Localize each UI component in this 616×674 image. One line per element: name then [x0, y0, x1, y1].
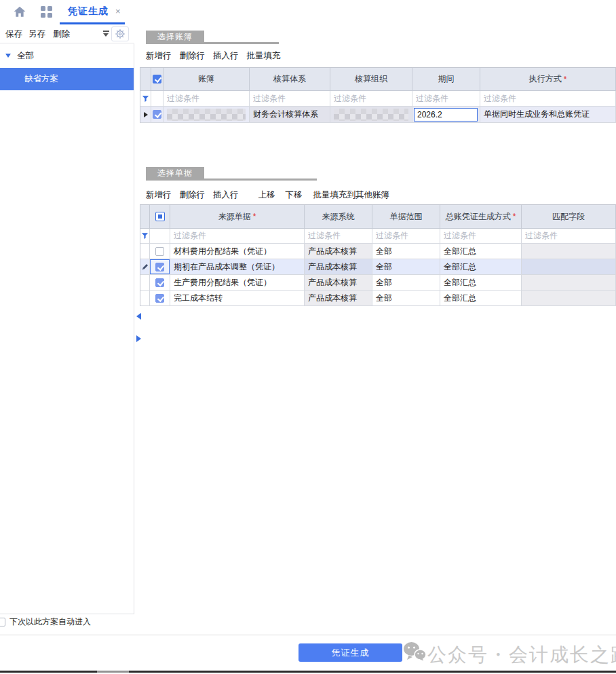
- tab-bar: 凭证生成 ×: [0, 0, 616, 24]
- filter-cell-system[interactable]: 过滤条件: [250, 91, 330, 107]
- apps-grid-icon[interactable]: [41, 6, 52, 18]
- cell-source-system[interactable]: 产品成本核算: [305, 259, 372, 275]
- filter-row-indicator[interactable]: [140, 91, 151, 107]
- cell-system[interactable]: 财务会计核算体系: [250, 107, 330, 123]
- add-row-button[interactable]: 新增行: [146, 189, 172, 201]
- row-checkbox[interactable]: [155, 263, 164, 272]
- cell-source-doc[interactable]: 完工成本结转: [170, 291, 305, 306]
- row-checkbox[interactable]: [155, 294, 164, 303]
- row-select-cell[interactable]: [150, 275, 170, 291]
- cell-match-fields[interactable]: [522, 275, 616, 291]
- save-as-button[interactable]: 另存: [28, 29, 45, 40]
- cell-gl-method[interactable]: 全部汇总: [440, 275, 522, 291]
- col-header-match-fields: 匹配字段: [522, 205, 616, 229]
- generate-voucher-button[interactable]: 凭证生成: [299, 643, 402, 662]
- cell-exec-mode[interactable]: 单据同时生成业务和总账凭证: [480, 107, 616, 123]
- cell-gl-method[interactable]: 全部汇总: [440, 244, 522, 259]
- cell-source-doc[interactable]: 生产费用分配结果（凭证）: [170, 275, 305, 291]
- row-select-cell[interactable]: [150, 244, 170, 259]
- insert-row-button[interactable]: 插入行: [213, 189, 239, 201]
- sidebar-item-all[interactable]: 全部: [5, 50, 34, 62]
- save-button[interactable]: 保存: [5, 29, 22, 40]
- filter-cell[interactable]: [151, 91, 163, 107]
- cell-doc-scope[interactable]: 全部: [372, 275, 440, 291]
- filter-cell-period[interactable]: 过滤条件: [412, 91, 480, 107]
- batch-fill-button[interactable]: 批量填充: [247, 50, 281, 62]
- select-all-checkbox[interactable]: [155, 212, 165, 221]
- col-label: 总账凭证生成方式: [446, 211, 511, 223]
- cell-book[interactable]: [163, 107, 250, 123]
- filter-cell-doc-scope[interactable]: 过滤条件: [372, 229, 440, 244]
- tab-select-documents[interactable]: 选择单据: [146, 167, 204, 179]
- delete-row-button[interactable]: 删除行: [180, 189, 206, 201]
- row-state-header: [140, 205, 150, 229]
- scheme-sidebar: 全部 缺省方案: [0, 43, 134, 614]
- batch-fill-other-books-button[interactable]: 批量填充到其他账簿: [313, 189, 390, 201]
- add-row-button[interactable]: 新增行: [146, 50, 172, 62]
- books-grid-toolbar: 新增行 删除行 插入行 批量填充: [146, 50, 289, 62]
- filter-cell-exec[interactable]: 过滤条件: [480, 91, 616, 107]
- col-header-source-doc: 来源单据*: [170, 205, 305, 229]
- cell-doc-scope[interactable]: 全部: [372, 259, 440, 275]
- delete-button[interactable]: 删除: [53, 29, 70, 40]
- col-header-source-system: 来源系统: [305, 205, 372, 229]
- move-up-button[interactable]: 上移: [258, 189, 275, 201]
- cell-gl-method[interactable]: 全部汇总: [440, 259, 522, 275]
- home-icon[interactable]: [14, 6, 26, 18]
- required-mark: *: [513, 212, 516, 221]
- watermark-text: 公众号・会计成长之路: [427, 642, 616, 668]
- filter-cell-org[interactable]: 过滤条件: [330, 91, 412, 107]
- sidebar-item-default-scheme[interactable]: 缺省方案: [0, 68, 134, 90]
- delete-row-button[interactable]: 删除行: [180, 50, 206, 62]
- chevron-down-icon[interactable]: [5, 54, 11, 58]
- filter-cell-source-doc[interactable]: 过滤条件: [170, 229, 305, 244]
- filter-row-indicator[interactable]: [140, 229, 150, 244]
- collapse-toolbar-icon[interactable]: [103, 31, 109, 37]
- row-select-cell[interactable]: [150, 291, 170, 306]
- filter-cell-gl-method[interactable]: 过滤条件: [440, 229, 522, 244]
- filter-cell[interactable]: [150, 229, 170, 244]
- auto-enter-checkbox[interactable]: [0, 618, 5, 626]
- cell-match-fields[interactable]: [522, 244, 616, 259]
- filter-cell-book[interactable]: 过滤条件: [163, 91, 250, 107]
- cell-match-fields[interactable]: [522, 259, 616, 275]
- tab-voucher-generation[interactable]: 凭证生成: [68, 5, 109, 18]
- cell-source-doc[interactable]: 期初在产品成本调整（凭证）: [170, 259, 305, 275]
- col-label: 核算体系: [273, 73, 306, 85]
- insert-row-button[interactable]: 插入行: [213, 50, 239, 62]
- cell-gl-method[interactable]: 全部汇总: [440, 291, 522, 306]
- tab-close-icon[interactable]: ×: [115, 6, 121, 16]
- row-select-cell[interactable]: [150, 259, 170, 275]
- grid-square: [47, 6, 52, 11]
- expand-panel-right-icon[interactable]: [136, 335, 141, 342]
- collapse-panel-left-icon[interactable]: [136, 313, 141, 320]
- period-input[interactable]: [414, 108, 478, 121]
- col-label: 来源系统: [322, 211, 355, 223]
- row-checkbox[interactable]: [153, 110, 161, 119]
- col-label: 核算组织: [355, 73, 387, 85]
- cell-source-system[interactable]: 产品成本核算: [305, 291, 372, 306]
- cell-doc-scope[interactable]: 全部: [372, 291, 440, 306]
- cell-source-system[interactable]: 产品成本核算: [305, 275, 372, 291]
- cell-org[interactable]: [330, 107, 412, 123]
- cell-doc-scope[interactable]: 全部: [372, 244, 440, 259]
- filter-cell-match-fields[interactable]: 过滤条件: [522, 229, 616, 244]
- filter-cell-source-system[interactable]: 过滤条件: [305, 229, 372, 244]
- row-checkbox[interactable]: [155, 247, 164, 256]
- select-all-checkbox[interactable]: [153, 75, 161, 83]
- scrollbar-thumb[interactable]: [97, 671, 129, 673]
- tab-select-books[interactable]: 选择账簿: [146, 31, 204, 43]
- cell-period[interactable]: [412, 107, 480, 123]
- cell-source-system[interactable]: 产品成本核算: [305, 244, 372, 259]
- select-all-cell[interactable]: [151, 68, 163, 91]
- row-checkbox[interactable]: [155, 278, 164, 287]
- col-label: 执行方式: [529, 73, 562, 85]
- settings-button[interactable]: [111, 26, 129, 41]
- select-all-cell[interactable]: [150, 205, 170, 229]
- col-label: 单据范围: [390, 211, 423, 223]
- move-down-button[interactable]: 下移: [286, 189, 303, 201]
- row-select-cell[interactable]: [151, 107, 163, 123]
- cell-source-doc[interactable]: 材料费用分配结果（凭证）: [170, 244, 305, 259]
- cell-match-fields[interactable]: [522, 291, 616, 306]
- documents-table: 来源单据* 来源系统 单据范围 总账凭证生成方式* 匹配字段 过滤条件 过滤条件…: [140, 204, 616, 306]
